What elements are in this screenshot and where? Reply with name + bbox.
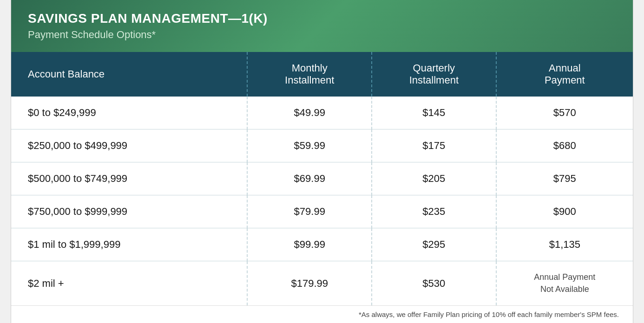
cell-monthly: $69.99 bbox=[247, 162, 372, 195]
cell-annual: $795 bbox=[496, 162, 633, 195]
cell-account-balance: $500,000 to $749,999 bbox=[11, 162, 247, 195]
cell-annual: Annual PaymentNot Available bbox=[496, 261, 633, 305]
cell-monthly: $59.99 bbox=[247, 129, 372, 162]
table-row: $500,000 to $749,999$69.99$205$795 bbox=[11, 162, 633, 195]
cell-annual: $1,135 bbox=[496, 228, 633, 261]
cell-quarterly: $145 bbox=[372, 97, 496, 129]
table-row: $1 mil to $1,999,999$99.99$295$1,135 bbox=[11, 228, 633, 261]
cell-quarterly: $175 bbox=[372, 129, 496, 162]
cell-account-balance: $2 mil + bbox=[11, 261, 247, 305]
footnote: *As always, we offer Family Plan pricing… bbox=[11, 305, 633, 323]
cell-annual: $680 bbox=[496, 129, 633, 162]
page-subtitle: Payment Schedule Options* bbox=[28, 29, 616, 41]
pricing-table: Account Balance MonthlyInstallment Quart… bbox=[11, 52, 633, 305]
col-header-monthly: MonthlyInstallment bbox=[247, 52, 372, 97]
cell-account-balance: $250,000 to $499,999 bbox=[11, 129, 247, 162]
col-header-account-balance: Account Balance bbox=[11, 52, 247, 97]
cell-monthly: $49.99 bbox=[247, 97, 372, 129]
table-row: $250,000 to $499,999$59.99$175$680 bbox=[11, 129, 633, 162]
cell-account-balance: $1 mil to $1,999,999 bbox=[11, 228, 247, 261]
table-row: $0 to $249,999$49.99$145$570 bbox=[11, 97, 633, 129]
cell-quarterly: $235 bbox=[372, 195, 496, 228]
cell-quarterly: $205 bbox=[372, 162, 496, 195]
cell-quarterly: $295 bbox=[372, 228, 496, 261]
cell-annual: $900 bbox=[496, 195, 633, 228]
table-body: $0 to $249,999$49.99$145$570$250,000 to … bbox=[11, 97, 633, 305]
main-container: SAVINGS PLAN MANAGEMENT—1(K) Payment Sch… bbox=[11, 0, 633, 323]
page-header: SAVINGS PLAN MANAGEMENT—1(K) Payment Sch… bbox=[11, 0, 633, 52]
table-row: $750,000 to $999,999$79.99$235$900 bbox=[11, 195, 633, 228]
cell-account-balance: $750,000 to $999,999 bbox=[11, 195, 247, 228]
cell-quarterly: $530 bbox=[372, 261, 496, 305]
table-row: $2 mil +$179.99$530Annual PaymentNot Ava… bbox=[11, 261, 633, 305]
table-wrapper: Account Balance MonthlyInstallment Quart… bbox=[11, 52, 633, 305]
cell-account-balance: $0 to $249,999 bbox=[11, 97, 247, 129]
cell-monthly: $79.99 bbox=[247, 195, 372, 228]
col-header-quarterly: QuarterlyInstallment bbox=[372, 52, 496, 97]
cell-annual: $570 bbox=[496, 97, 633, 129]
cell-monthly: $99.99 bbox=[247, 228, 372, 261]
cell-monthly: $179.99 bbox=[247, 261, 372, 305]
table-header-row: Account Balance MonthlyInstallment Quart… bbox=[11, 52, 633, 97]
page-title: SAVINGS PLAN MANAGEMENT—1(K) bbox=[28, 11, 616, 26]
col-header-annual: AnnualPayment bbox=[496, 52, 633, 97]
